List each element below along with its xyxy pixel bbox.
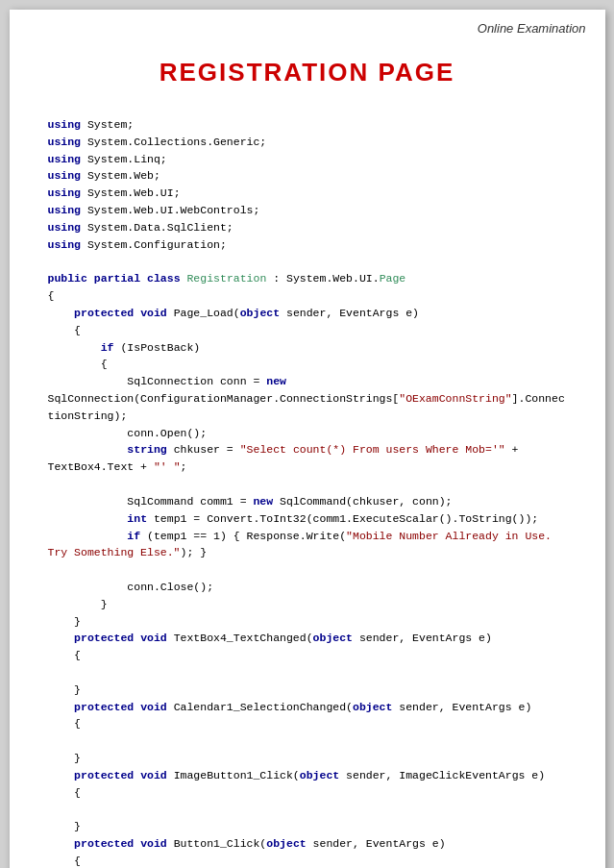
code-content: using System; using System.Collections.G… <box>48 116 567 868</box>
watermark-text: Online Examination <box>478 21 586 36</box>
page-title: REGISTRATION PAGE <box>48 58 567 87</box>
page-container: Online Examination REGISTRATION PAGE usi… <box>10 10 605 868</box>
